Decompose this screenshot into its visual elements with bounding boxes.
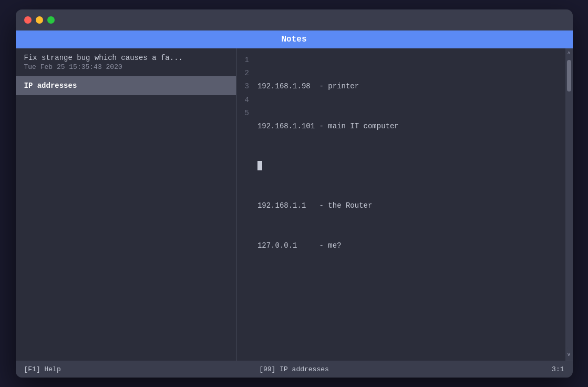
editor-area[interactable]: 1 2 3 4 5 192.168.1.98 - printer 192.168… [236,48,573,361]
status-note: [99] IP addresses [204,365,384,373]
line-num-1: 1 [245,54,249,67]
close-button[interactable] [24,16,32,24]
scroll-track[interactable] [567,60,571,349]
title-bar [16,9,573,30]
scrollbar[interactable]: ^ v [565,48,573,361]
editor-line-2: 192.168.1.101 - main IT computer [257,120,557,133]
note-item-2[interactable]: IP addresses [16,76,236,95]
app-window: Notes Fix strange bug which causes a fa.… [16,9,573,378]
scroll-thumb[interactable] [567,60,571,91]
status-bar: [F1] Help [99] IP addresses 3:1 [16,361,573,378]
note-title-1: Fix strange bug which causes a fa... [24,54,228,62]
line-num-5: 5 [245,107,249,120]
note-date-1: Tue Feb 25 15:35:43 2020 [24,63,228,71]
text-cursor [257,161,262,170]
scroll-up-arrow[interactable]: ^ [566,50,571,58]
note-title-2: IP addresses [24,82,228,90]
status-position: 3:1 [384,365,564,373]
maximize-button[interactable] [47,16,55,24]
main-area: Fix strange bug which causes a fa... Tue… [16,48,573,361]
scroll-down-arrow[interactable]: v [566,351,571,359]
status-help: [F1] Help [24,365,204,373]
editor-line-5: 127.0.0.1 - me? [257,239,557,252]
line-num-2: 2 [245,67,249,80]
app-title: Notes [281,35,306,44]
line-num-3: 3 [245,80,249,93]
editor-line-4: 192.168.1.1 - the Router [257,199,557,212]
minimize-button[interactable] [36,16,43,24]
line-numbers: 1 2 3 4 5 [236,48,253,361]
header-bar: Notes [16,30,573,48]
note-item-1[interactable]: Fix strange bug which causes a fa... Tue… [16,48,236,76]
editor-line-1: 192.168.1.98 - printer [257,80,557,93]
line-num-4: 4 [245,94,249,107]
traffic-lights [24,16,55,24]
sidebar: Fix strange bug which causes a fa... Tue… [16,48,236,361]
editor-line-3 [257,160,557,173]
editor-content[interactable]: 192.168.1.98 - printer 192.168.1.101 - m… [253,48,565,361]
